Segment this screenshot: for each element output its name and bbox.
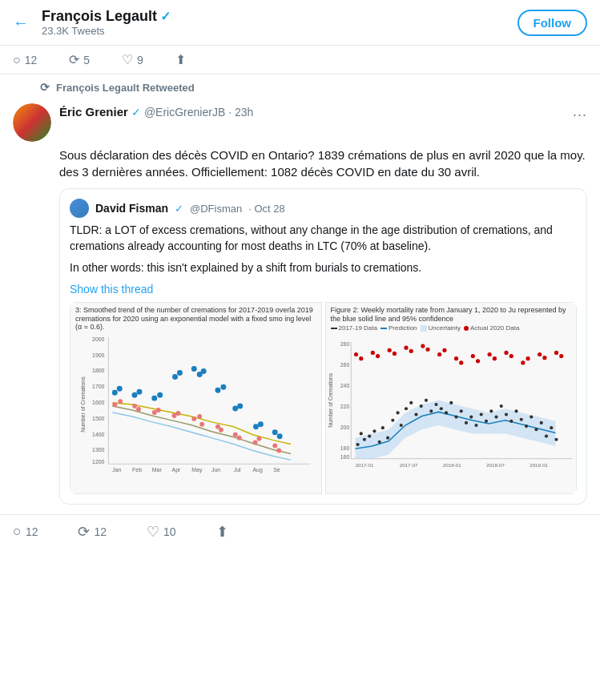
svg-point-46 — [172, 374, 178, 380]
svg-point-30 — [197, 414, 202, 419]
svg-point-120 — [375, 354, 379, 358]
retweet-icon: ⟳ — [78, 523, 90, 541]
svg-point-136 — [509, 354, 513, 358]
svg-point-121 — [387, 348, 391, 352]
svg-point-31 — [199, 422, 204, 427]
svg-point-40 — [112, 390, 118, 396]
show-thread-link[interactable]: Show this thread — [70, 283, 577, 296]
like-action[interactable]: ♡ 9 — [122, 52, 143, 67]
like-icon: ♡ — [147, 523, 159, 541]
svg-point-115 — [550, 426, 553, 429]
svg-text:Se: Se — [273, 467, 280, 473]
svg-text:Number of Cremations: Number of Cremations — [328, 373, 333, 428]
svg-point-123 — [404, 346, 408, 350]
svg-text:May: May — [191, 467, 203, 473]
svg-point-90 — [424, 399, 427, 402]
tweet-text: Sous déclaration des décès COVID en Onta… — [59, 147, 587, 180]
svg-point-127 — [437, 352, 441, 356]
like-icon: ♡ — [122, 52, 133, 67]
svg-point-125 — [421, 344, 425, 348]
svg-marker-74 — [355, 400, 555, 459]
svg-point-56 — [258, 422, 264, 428]
svg-point-28 — [176, 411, 181, 416]
svg-point-95 — [449, 401, 453, 404]
svg-point-48 — [191, 366, 197, 372]
svg-point-122 — [392, 352, 396, 356]
svg-text:1200: 1200 — [92, 459, 105, 465]
like-button[interactable]: ♡ 10 — [147, 523, 176, 541]
svg-point-113 — [539, 421, 542, 424]
svg-point-132 — [475, 360, 479, 364]
svg-point-131 — [470, 354, 474, 358]
svg-point-101 — [479, 413, 482, 416]
more-options-button[interactable]: ... — [573, 103, 587, 120]
svg-point-42 — [132, 392, 138, 398]
svg-text:Aug: Aug — [253, 467, 263, 473]
avatar[interactable] — [13, 103, 51, 142]
svg-point-108 — [514, 410, 517, 413]
svg-point-57 — [272, 429, 278, 435]
author-row: Éric Grenier ✓ @EricGrenierJB · 23h ... — [59, 103, 587, 120]
svg-point-27 — [172, 413, 177, 418]
svg-point-112 — [534, 428, 538, 432]
svg-point-99 — [469, 416, 473, 419]
svg-point-139 — [538, 352, 542, 356]
svg-point-38 — [272, 444, 277, 449]
share-icon: ⬆ — [175, 52, 186, 67]
svg-point-141 — [554, 351, 558, 355]
svg-point-78 — [368, 435, 371, 438]
svg-point-96 — [454, 416, 457, 419]
share-action[interactable]: ⬆ — [175, 52, 186, 67]
retweet-icon: ⟳ — [69, 52, 79, 67]
svg-point-26 — [156, 408, 161, 412]
svg-text:Jan: Jan — [112, 467, 121, 473]
tweet-count: 23.3K Tweets — [42, 25, 517, 37]
svg-text:Number of Cremations: Number of Cremations — [80, 376, 86, 432]
quoted-tweet-header: David Fisman ✓ @DFisman · Oct 28 — [70, 199, 577, 218]
svg-point-43 — [137, 389, 143, 395]
svg-point-82 — [386, 436, 389, 440]
svg-point-130 — [459, 361, 463, 365]
tweet-meta: Éric Grenier ✓ @EricGrenierJB · 23h ... — [59, 103, 587, 120]
svg-point-35 — [237, 436, 242, 441]
quoted-tweet[interactable]: David Fisman ✓ @DFisman · Oct 28 TLDR: a… — [59, 188, 587, 505]
svg-text:180: 180 — [340, 446, 349, 452]
retweet-button[interactable]: ⟳ 12 — [78, 523, 107, 541]
svg-point-29 — [191, 416, 196, 421]
reply-button[interactable]: ○ 12 — [13, 523, 38, 541]
retweet-action[interactable]: ⟳ 5 — [69, 52, 90, 67]
svg-text:Jun: Jun — [211, 467, 220, 473]
back-button[interactable]: ← — [13, 14, 29, 32]
svg-text:Mar: Mar — [152, 467, 163, 473]
profile-name: François Legault ✓ — [42, 8, 517, 25]
svg-point-34 — [233, 432, 238, 437]
svg-point-98 — [464, 421, 467, 424]
tweet-header-row: Éric Grenier ✓ @EricGrenierJB · 23h ... — [13, 103, 587, 142]
reply-action[interactable]: ○ 12 — [13, 52, 37, 67]
svg-point-110 — [524, 424, 527, 428]
svg-point-54 — [237, 404, 243, 409]
svg-point-77 — [362, 438, 365, 441]
svg-point-81 — [381, 426, 384, 429]
svg-point-22 — [118, 399, 123, 404]
svg-point-44 — [151, 396, 157, 401]
svg-text:Feb: Feb — [132, 467, 142, 473]
share-button[interactable]: ⬆ — [216, 523, 228, 541]
svg-text:1400: 1400 — [92, 432, 105, 437]
svg-point-25 — [152, 410, 157, 415]
svg-text:1500: 1500 — [92, 416, 105, 421]
svg-point-80 — [377, 441, 381, 444]
svg-text:260: 260 — [340, 363, 349, 368]
svg-text:2017-01: 2017-01 — [355, 463, 373, 469]
share-icon: ⬆ — [216, 523, 228, 541]
svg-point-124 — [409, 349, 413, 353]
svg-point-126 — [425, 348, 429, 352]
prev-tweet-actions: ○ 12 ⟳ 5 ♡ 9 ⬆ — [0, 46, 600, 74]
svg-text:1600: 1600 — [92, 400, 105, 405]
svg-point-50 — [201, 368, 207, 374]
svg-point-129 — [453, 356, 457, 360]
tweet-author: Éric Grenier ✓ @EricGrenierJB · 23h — [59, 105, 253, 119]
svg-point-58 — [277, 433, 283, 439]
svg-point-94 — [444, 412, 447, 415]
follow-button[interactable]: Follow — [517, 10, 588, 36]
